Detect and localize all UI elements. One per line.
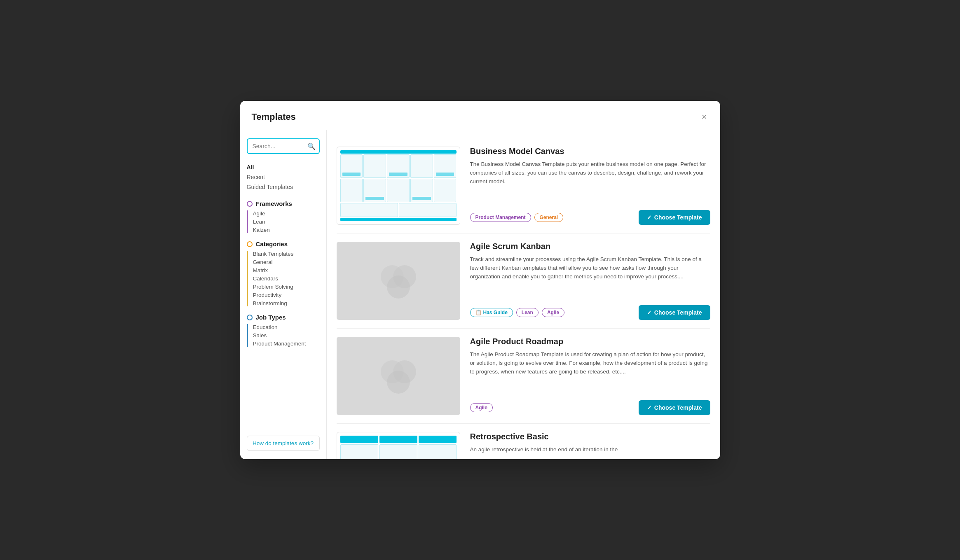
main-content: Business Model Canvas The Business Model… [327,130,720,459]
choose-template-button-kanban[interactable]: ✓ Choose Template [639,305,710,320]
template-desc-kanban: Track and streamline your processes usin… [470,255,710,300]
job-types-items: Education Sales Product Management [247,324,320,347]
tag-general: General [534,213,564,222]
sidebar: 🔍 All Recent Guided Templates Frameworks… [240,130,327,459]
section-job-types: Job Types Education Sales Product Manage… [247,314,320,347]
template-thumb-kanban [337,242,460,320]
template-card-retrospective: Retrospective Basic An agile retrospecti… [337,424,710,459]
placeholder-logo-roadmap [378,355,419,397]
template-thumb-roadmap [337,337,460,415]
sidebar-item-general[interactable]: General [253,259,320,265]
templates-modal: Templates × 🔍 All Recent Guided Template… [240,101,720,459]
nav-all[interactable]: All [247,162,320,172]
template-tags-roadmap: Agile [470,403,493,412]
template-info-kanban: Agile Scrum Kanban Track and streamline … [470,242,710,320]
modal-header: Templates × [240,101,720,130]
tag-lean: Lean [516,308,539,317]
sidebar-item-calendars[interactable]: Calendars [253,275,320,282]
nav-recent[interactable]: Recent [247,172,320,182]
sidebar-item-kaizen[interactable]: Kaizen [253,227,320,233]
nav-guided[interactable]: Guided Templates [247,182,320,192]
section-frameworks: Frameworks Agile Lean Kaizen [247,200,320,233]
frameworks-dot [247,201,253,207]
categories-dot [247,241,253,247]
how-templates-link[interactable]: How do templates work? [247,436,320,451]
template-thumb-bmc [337,147,460,225]
template-name-retro: Retrospective Basic [470,432,710,441]
template-desc-retro: An agile retrospective is held at the en… [470,446,710,459]
template-name-kanban: Agile Scrum Kanban [470,242,710,251]
sidebar-item-agile[interactable]: Agile [253,210,320,217]
template-info-bmc: Business Model Canvas The Business Model… [470,147,710,225]
categories-items: Blank Templates General Matrix Calendars… [247,251,320,306]
template-info-retro: Retrospective Basic An agile retrospecti… [470,432,710,459]
tag-has-guide: 📋 Has Guide [470,308,513,317]
sidebar-item-productivity[interactable]: Productivity [253,292,320,298]
placeholder-logo [378,260,419,301]
svg-point-5 [387,371,410,394]
template-footer-kanban: 📋 Has Guide Lean Agile ✓ Choose Template [470,305,710,320]
section-categories: Categories Blank Templates General Matri… [247,240,320,306]
tag-product-management: Product Management [470,213,531,222]
sidebar-item-sales[interactable]: Sales [253,332,320,338]
sidebar-item-lean[interactable]: Lean [253,219,320,225]
svg-point-2 [387,275,410,299]
template-desc-bmc: The Business Model Canvas Template puts … [470,160,710,205]
sidebar-item-brainstorming[interactable]: Brainstorming [253,300,320,306]
job-types-dot [247,315,253,320]
template-card-business-model-canvas: Business Model Canvas The Business Model… [337,138,710,233]
nav-top: All Recent Guided Templates [247,162,320,192]
template-card-agile-scrum-kanban: Agile Scrum Kanban Track and streamline … [337,233,710,329]
frameworks-title: Frameworks [256,200,292,207]
modal-body: 🔍 All Recent Guided Templates Frameworks… [240,130,720,459]
guide-icon: 📋 [475,310,482,315]
template-tags-kanban: 📋 Has Guide Lean Agile [470,308,565,317]
modal-title: Templates [252,112,296,122]
search-wrapper: 🔍 [247,138,320,154]
check-icon-roadmap: ✓ [647,404,652,411]
sidebar-item-education[interactable]: Education [253,324,320,330]
job-types-title: Job Types [256,314,286,321]
choose-template-button-bmc[interactable]: ✓ Choose Template [639,210,710,225]
modal-overlay: Templates × 🔍 All Recent Guided Template… [0,0,960,560]
template-name-roadmap: Agile Product Roadmap [470,337,710,346]
template-thumb-retro [337,432,460,459]
choose-template-button-roadmap[interactable]: ✓ Choose Template [639,400,710,415]
tag-agile-roadmap: Agile [470,403,493,412]
categories-title: Categories [256,240,288,247]
sidebar-item-product-management[interactable]: Product Management [253,341,320,347]
template-name-bmc: Business Model Canvas [470,147,710,156]
sidebar-item-matrix[interactable]: Matrix [253,267,320,273]
sidebar-item-problem-solving[interactable]: Problem Solving [253,284,320,290]
template-info-roadmap: Agile Product Roadmap The Agile Product … [470,337,710,415]
frameworks-items: Agile Lean Kaizen [247,210,320,233]
search-icon: 🔍 [307,142,316,150]
template-card-agile-product-roadmap: Agile Product Roadmap The Agile Product … [337,329,710,424]
template-footer-bmc: Product Management General ✓ Choose Temp… [470,210,710,225]
check-icon: ✓ [647,214,652,221]
template-desc-roadmap: The Agile Product Roadmap Template is us… [470,350,710,395]
check-icon-kanban: ✓ [647,309,652,316]
tag-agile: Agile [542,308,564,317]
section-job-types-header: Job Types [247,314,320,321]
template-footer-roadmap: Agile ✓ Choose Template [470,400,710,415]
close-button[interactable]: × [700,111,709,123]
sidebar-item-blank-templates[interactable]: Blank Templates [253,251,320,257]
section-frameworks-header: Frameworks [247,200,320,207]
template-tags-bmc: Product Management General [470,213,564,222]
section-categories-header: Categories [247,240,320,247]
